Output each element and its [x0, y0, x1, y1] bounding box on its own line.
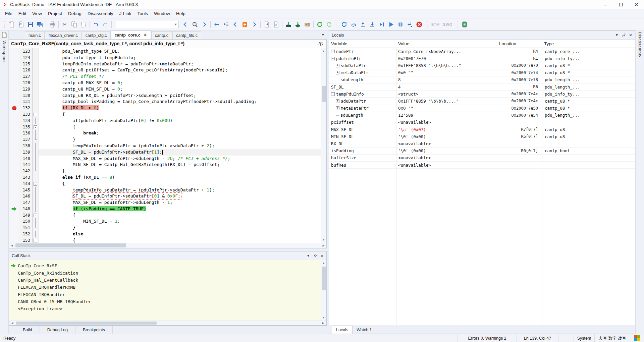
call-stack-frame[interactable]: FLEXCAN_IRQHandler: [9, 291, 321, 298]
code-text[interactable]: tempPduInfo.sduDataPtr = (pduInfoPtr->sd…: [39, 187, 321, 193]
code-area[interactable]: 123 pdu_length_type SF_DL;124 pdu_info_t…: [9, 48, 321, 243]
tab-locals[interactable]: Locals: [332, 326, 353, 334]
find-previous-button[interactable]: [181, 20, 190, 29]
code-text[interactable]: break;: [39, 130, 321, 136]
power-log-button[interactable]: [460, 20, 469, 29]
tab-debug-log[interactable]: Debug Log: [40, 326, 75, 334]
breakpoint-margin[interactable]: [9, 111, 19, 118]
fold-margin[interactable]: [33, 61, 39, 67]
menu-debug[interactable]: Debug: [65, 9, 85, 18]
call-stack-frame[interactable]: CanTp_Core_RxSF: [9, 262, 321, 269]
code-text[interactable]: MIN_SF_DL = 1;: [39, 218, 321, 225]
breakpoint-margin[interactable]: [9, 181, 19, 187]
expand-toggle-icon[interactable]: +: [336, 106, 339, 110]
print-button[interactable]: [48, 20, 57, 29]
code-line[interactable]: 145 tempPduInfo.sduDataPtr = (pduInfoPtr…: [9, 187, 321, 193]
make-button[interactable]: [315, 20, 324, 29]
code-text[interactable]: {: [39, 124, 321, 130]
code-text[interactable]: tempPduInfo.metaDataPtr = pduInfoPtr->me…: [39, 61, 321, 67]
code-text[interactable]: if(pduInfoPtr->sduDataPtr[0] != 0x00U): [39, 118, 321, 124]
code-text[interactable]: cantp_u8 MIN_SF_DL = 0;: [39, 86, 321, 93]
menu-help[interactable]: Help: [173, 9, 189, 18]
code-line[interactable]: 135- {: [9, 124, 321, 130]
tab-list-dropdown-icon[interactable]: ▼: [319, 33, 327, 37]
code-line[interactable]: 153- {: [9, 237, 321, 243]
fold-margin[interactable]: [33, 93, 39, 99]
code-text[interactable]: MAX_SF_DL = pduInfoPtr->sduLength - 2U; …: [39, 156, 321, 162]
breakpoint-margin[interactable]: [9, 136, 19, 143]
new-document-button[interactable]: [7, 20, 16, 29]
fold-margin[interactable]: [33, 136, 39, 143]
breakpoint-margin[interactable]: [9, 149, 19, 156]
code-text[interactable]: tempPduInfo.sduDataPtr = (pduInfoPtr->sd…: [39, 143, 321, 149]
code-line[interactable]: 132 if (RX_DL > 8): [9, 105, 321, 111]
fold-collapse-icon[interactable]: -: [34, 214, 37, 217]
cut-button[interactable]: ✂: [60, 20, 69, 29]
undo-button[interactable]: [92, 20, 100, 29]
reset-dropdown-button[interactable]: [406, 20, 414, 29]
code-line[interactable]: 140 MAX_SF_DL = pduInfoPtr->sduLength - …: [9, 156, 321, 162]
fold-margin[interactable]: -: [33, 181, 39, 187]
locals-row[interactable]: MAX_SF_DL'\a' (0x07)R7[0:7]cantp_u8: [329, 126, 635, 133]
save-all-button[interactable]: [36, 20, 44, 29]
code-text[interactable]: pdu_info_type_t tempPduInfo;: [39, 55, 321, 61]
expand-toggle-icon[interactable]: -: [331, 57, 335, 60]
code-line[interactable]: 144- {: [9, 181, 321, 187]
scroll-down-arrow[interactable]: ▼: [321, 237, 326, 243]
locals-row[interactable]: SF_DL4R6pdu_length_...: [329, 83, 635, 91]
code-text[interactable]: SF_DL = pduInfoPtr->sduDataPtr[0] & 0x0F…: [39, 193, 321, 199]
code-text[interactable]: else if (RX_DL == 8): [39, 174, 321, 181]
code-line[interactable]: 136 break;: [9, 130, 321, 136]
code-text[interactable]: MIN_SF_DL = CanTp_Hal_GetRxMinLength(RX_…: [39, 162, 321, 168]
breakpoint-margin[interactable]: [9, 231, 19, 237]
call-stack-frame[interactable]: FLEXCAN_IRQHandlerRxMB: [9, 284, 321, 291]
code-text[interactable]: pdu_length_type SF_DL;: [39, 48, 321, 55]
breakpoint-margin[interactable]: [9, 86, 19, 93]
code-line[interactable]: 123 pdu_length_type SF_DL;: [9, 48, 321, 55]
toolbar-grip[interactable]: ⋮⋮: [3, 21, 6, 28]
menu-view[interactable]: View: [29, 9, 45, 18]
scroll-down-arrow[interactable]: ▼: [321, 315, 326, 321]
step-out-button[interactable]: [359, 20, 367, 29]
tab-cantp_fifo-c[interactable]: cantp_fifo.c: [172, 31, 201, 39]
disassembly-strip-tab[interactable]: Disassembly: [638, 32, 642, 57]
code-line[interactable]: 128 cantp_u8 MAX_SF_DL = 0;: [9, 80, 321, 86]
code-line[interactable]: 150 MIN_SF_DL = 1;: [9, 218, 321, 225]
breakpoint-margin[interactable]: [9, 93, 19, 99]
code-text[interactable]: cantp_bool isPadding = CanTp_Core_channe…: [39, 99, 321, 105]
breakpoint-margin[interactable]: [9, 168, 19, 174]
fold-margin[interactable]: [33, 193, 39, 199]
breakpoint-margin[interactable]: [9, 61, 19, 67]
tab-breakpoints[interactable]: Breakpoints: [75, 326, 113, 334]
menu-tools[interactable]: Tools: [134, 9, 151, 18]
code-text[interactable]: SF_DL = pduInfoPtr->sduDataPtr[1];: [39, 149, 321, 156]
code-line[interactable]: 125 tempPduInfo.metaDataPtr = pduInfoPtr…: [9, 61, 321, 67]
code-line[interactable]: 141 MIN_SF_DL = CanTp_Hal_GetRxMinLength…: [9, 162, 321, 168]
column-header-value[interactable]: Value: [396, 41, 475, 46]
combo-dropdown-icon[interactable]: ▼: [173, 23, 178, 26]
column-divider[interactable]: [396, 40, 396, 325]
breakpoint-margin[interactable]: [9, 67, 19, 73]
breakpoint-margin[interactable]: [9, 199, 19, 206]
fold-margin[interactable]: [33, 130, 39, 136]
menu-disassembly[interactable]: Disassembly: [85, 9, 116, 18]
breakpoint-margin[interactable]: [9, 162, 19, 168]
breakpoint-margin[interactable]: [9, 55, 19, 61]
minimize-button[interactable]: –: [598, 0, 613, 9]
code-text[interactable]: {: [39, 181, 321, 187]
scroll-thumb[interactable]: [15, 243, 126, 247]
code-line[interactable]: 149- {: [9, 212, 321, 219]
fold-margin[interactable]: [33, 174, 39, 181]
expand-toggle-icon[interactable]: +: [336, 99, 339, 103]
find-combo-box[interactable]: ▼: [115, 21, 179, 28]
code-text[interactable]: }: [39, 136, 321, 143]
locals-row[interactable]: sduLength80x2000'7e78pdu_length_...: [329, 76, 635, 83]
step-over-button[interactable]: [349, 20, 358, 29]
panel-close-icon[interactable]: ✕: [320, 253, 324, 258]
fold-margin[interactable]: [33, 187, 39, 193]
locals-row[interactable]: -tempPduInfo<struct>0x2000'7e4cpdu_info_…: [329, 91, 635, 98]
code-line[interactable]: 143 else if (RX_DL == 8): [9, 174, 321, 181]
fold-margin[interactable]: -: [33, 237, 39, 243]
fold-collapse-icon[interactable]: -: [34, 125, 37, 129]
code-line[interactable]: 146 SF_DL = pduInfoPtr->sduDataPtr[0] & …: [9, 193, 321, 199]
